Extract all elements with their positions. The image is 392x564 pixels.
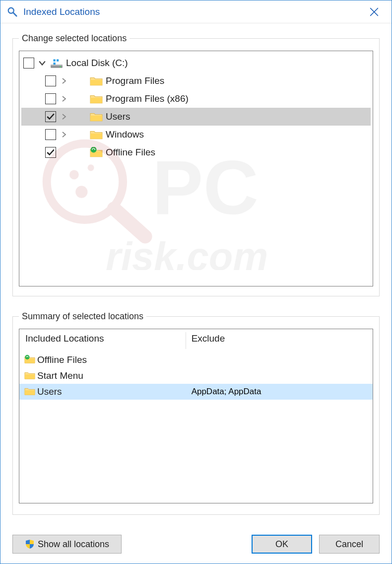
tree-row[interactable]: Offline Files: [21, 143, 371, 161]
tree-checkbox[interactable]: [45, 75, 56, 86]
tree-label: Users: [106, 111, 131, 122]
exclude-cell: [186, 368, 373, 384]
close-icon: [370, 7, 379, 16]
list-item[interactable]: Users: [19, 384, 186, 400]
list-item-label: Start Menu: [37, 370, 83, 381]
tree-checkbox[interactable]: [45, 129, 56, 140]
tree-row[interactable]: Local Disk (C:): [21, 54, 371, 72]
list-item[interactable]: Start Menu: [19, 368, 186, 384]
chevron-right-icon: [61, 78, 67, 84]
tree-expander[interactable]: [59, 94, 69, 104]
tree-row[interactable]: Users: [21, 108, 371, 126]
tree-label: Local Disk (C:): [66, 58, 128, 69]
tree-label: Windows: [106, 129, 144, 140]
summary-group: Summary of selected locations Included L…: [12, 311, 380, 515]
folder-icon: [90, 92, 103, 105]
dialog-footer: Show all locations OK Cancel: [12, 535, 380, 554]
chevron-right-icon: [61, 96, 67, 102]
folder-icon: [24, 370, 35, 381]
svg-point-16: [60, 66, 61, 68]
ok-button[interactable]: OK: [252, 535, 312, 554]
svg-point-6: [87, 164, 94, 171]
list-item[interactable]: Offline Files: [19, 352, 186, 368]
included-header[interactable]: Included Locations: [19, 329, 186, 352]
folder-icon: [90, 74, 103, 87]
exclude-cell: [186, 352, 373, 368]
svg-rect-11: [54, 59, 56, 61]
tree-expander[interactable]: [37, 58, 47, 68]
tree-label: Offline Files: [106, 147, 155, 158]
svg-text:risk.com: risk.com: [106, 234, 268, 270]
svg-rect-13: [54, 63, 56, 65]
tree-label: Program Files (x86): [106, 93, 189, 104]
tree-expander[interactable]: [59, 130, 69, 140]
exclude-header[interactable]: Exclude: [186, 329, 373, 352]
exclude-cell: AppData; AppData: [186, 384, 373, 400]
svg-rect-12: [57, 59, 59, 61]
app-icon: [6, 6, 18, 18]
svg-rect-15: [51, 65, 63, 66]
tree-checkbox[interactable]: [45, 111, 56, 122]
svg-line-8: [114, 209, 145, 236]
chevron-right-icon: [61, 132, 67, 138]
tree-row[interactable]: Program Files (x86): [21, 90, 371, 108]
close-button[interactable]: [357, 0, 392, 23]
offline-folder-icon: [24, 354, 35, 365]
svg-point-5: [69, 170, 79, 180]
tree-checkbox[interactable]: [45, 93, 56, 104]
tree-row[interactable]: Windows: [21, 126, 371, 143]
tree-checkbox[interactable]: [45, 147, 56, 158]
show-all-locations-button[interactable]: Show all locations: [12, 535, 122, 554]
tree-label: Program Files: [106, 75, 164, 86]
tree-checkbox[interactable]: [23, 58, 34, 69]
window-title: Indexed Locations: [23, 6, 357, 17]
list-item-label: Users: [37, 386, 62, 397]
cancel-button[interactable]: Cancel: [319, 535, 380, 554]
change-locations-legend: Change selected locations: [19, 33, 130, 44]
tree-row[interactable]: Program Files: [21, 72, 371, 90]
change-locations-group: Change selected locations PC risk.com: [12, 33, 380, 296]
svg-point-18: [25, 355, 29, 359]
svg-point-17: [91, 147, 97, 153]
svg-line-1: [13, 12, 16, 15]
chevron-right-icon: [61, 114, 67, 120]
summary-list[interactable]: Included Locations Offline Files: [19, 329, 373, 503]
shield-icon: [25, 539, 35, 549]
svg-point-7: [75, 186, 87, 198]
locations-tree[interactable]: PC risk.com: [19, 51, 373, 286]
folder-icon: [90, 110, 103, 123]
summary-legend: Summary of selected locations: [19, 311, 146, 322]
disk-icon: [50, 57, 63, 70]
list-item-label: Offline Files: [37, 354, 87, 365]
tree-expander[interactable]: [59, 76, 69, 86]
chevron-down-icon: [39, 60, 46, 67]
tree-expander[interactable]: [59, 112, 69, 122]
folder-icon: [24, 386, 35, 397]
titlebar: Indexed Locations: [0, 0, 392, 23]
folder-icon: [90, 128, 103, 141]
offline-folder-icon: [90, 146, 103, 159]
